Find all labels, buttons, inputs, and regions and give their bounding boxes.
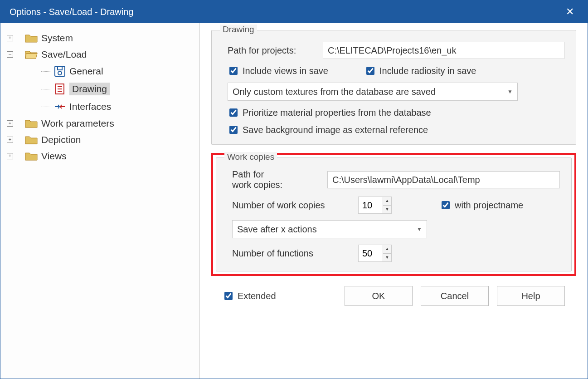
checkbox-label: Include views in save — [243, 66, 328, 76]
dropdown-value: Only custom textures from the database a… — [233, 87, 436, 97]
svg-point-2 — [58, 71, 62, 75]
path-projects-input[interactable] — [323, 42, 564, 59]
num-workcopies-label: Number of work copies — [232, 200, 345, 211]
checkbox-include-radiosity-input[interactable] — [366, 67, 374, 75]
checkbox-prioritize-input[interactable] — [229, 108, 238, 117]
tree-label: Views — [41, 151, 67, 162]
tree-item-views[interactable]: + Views — [5, 148, 195, 164]
floppy-icon — [54, 65, 66, 77]
tree-item-workparams[interactable]: + Work parameters — [5, 115, 195, 132]
tree-item-drawing[interactable]: Drawing — [5, 80, 195, 98]
checkbox-include-radiosity[interactable]: Include radiosity in save — [364, 65, 476, 76]
checkbox-include-views-input[interactable] — [229, 67, 238, 75]
tree-item-system[interactable]: + System — [5, 30, 195, 46]
folder-open-icon — [25, 49, 38, 59]
spin-down-icon[interactable]: ▼ — [383, 254, 391, 262]
spin-up-icon[interactable]: ▲ — [383, 245, 391, 254]
checkbox-label: Extended — [238, 291, 276, 301]
dialog-footer: Extended OK Cancel Help — [211, 282, 576, 313]
group-workcopies-title: Work copies — [224, 152, 277, 162]
checkbox-extended-input[interactable] — [224, 292, 233, 300]
expand-icon[interactable]: + — [7, 153, 13, 159]
path-workcopies-label-1: Path for — [232, 169, 318, 180]
group-drawing-title: Drawing — [220, 25, 257, 34]
tree-connector — [41, 71, 50, 72]
svg-rect-1 — [58, 66, 62, 70]
path-projects-label: Path for projects: — [228, 45, 314, 56]
options-dialog: Options - Save/Load - Drawing ✕ + System… — [0, 0, 588, 379]
close-button[interactable]: ✕ — [561, 4, 578, 20]
folder-icon — [25, 135, 38, 145]
cancel-button[interactable]: Cancel — [421, 286, 489, 306]
folder-icon — [25, 151, 38, 161]
titlebar: Options - Save/Load - Drawing ✕ — [0, 0, 588, 23]
nav-tree: + System – Save/Load Gen — [0, 23, 200, 379]
spin-down-icon[interactable]: ▼ — [383, 206, 391, 214]
group-drawing: Drawing Path for projects: Include views… — [211, 30, 576, 145]
tree-connector — [41, 107, 50, 107]
checkbox-with-projectname[interactable]: with projectname — [440, 200, 523, 211]
chevron-down-icon: ▼ — [417, 226, 422, 232]
checkbox-label: Prioritize material properties from the … — [243, 108, 431, 118]
num-functions-label: Number of functions — [232, 248, 345, 259]
checkbox-label: with projectname — [455, 200, 523, 211]
num-functions-spin[interactable]: ▲ ▼ — [358, 245, 392, 262]
num-workcopies-spin[interactable]: ▲ ▼ — [358, 197, 392, 214]
tree-label: Depiction — [41, 134, 81, 145]
tree-label: General — [69, 66, 103, 77]
folder-icon — [25, 118, 38, 128]
checkbox-save-bgimage[interactable]: Save background image as external refere… — [228, 124, 428, 135]
tree-label: System — [41, 33, 73, 44]
save-after-dropdown[interactable]: Save after x actions ▼ — [232, 220, 427, 238]
tree-label: Work parameters — [41, 118, 114, 129]
collapse-icon[interactable]: – — [7, 51, 13, 58]
tree-connector — [41, 89, 50, 89]
checkbox-save-bgimage-input[interactable] — [229, 126, 238, 134]
textures-dropdown[interactable]: Only custom textures from the database a… — [228, 83, 518, 101]
num-functions-input[interactable] — [358, 245, 383, 262]
checkbox-include-views[interactable]: Include views in save — [228, 65, 328, 76]
dropdown-value: Save after x actions — [237, 224, 317, 235]
chevron-down-icon: ▼ — [507, 89, 513, 95]
folder-icon — [25, 33, 38, 43]
window-title: Options - Save/Load - Drawing — [10, 7, 133, 17]
spin-up-icon[interactable]: ▲ — [383, 197, 391, 206]
expand-icon[interactable]: + — [7, 120, 13, 127]
highlighted-region: Work copies Path for work copies: Number… — [211, 153, 576, 276]
path-workcopies-label-2: work copies: — [232, 180, 318, 190]
tree-item-depiction[interactable]: + Depiction — [5, 132, 195, 148]
checkbox-label: Include radiosity in save — [379, 66, 476, 76]
path-workcopies-input[interactable] — [327, 171, 560, 188]
tree-label: Interfaces — [69, 101, 111, 112]
checkbox-extended[interactable]: Extended — [223, 290, 276, 301]
group-workcopies: Work copies Path for work copies: Number… — [216, 158, 572, 271]
tree-label: Save/Load — [41, 49, 87, 60]
dialog-body: + System – Save/Load Gen — [0, 23, 588, 379]
expand-icon[interactable]: + — [7, 137, 13, 143]
num-workcopies-input[interactable] — [358, 197, 383, 214]
interfaces-icon — [54, 101, 66, 113]
checkbox-label: Save background image as external refere… — [243, 125, 428, 135]
checkbox-prioritize-material[interactable]: Prioritize material properties from the … — [228, 107, 431, 118]
tree-item-saveload[interactable]: – Save/Load — [5, 46, 195, 63]
tree-label-selected: Drawing — [69, 83, 110, 95]
main-panel: Drawing Path for projects: Include views… — [200, 23, 588, 379]
document-icon — [54, 83, 66, 95]
tree-item-general[interactable]: General — [5, 63, 195, 80]
checkbox-with-projectname-input[interactable] — [442, 201, 450, 209]
ok-button[interactable]: OK — [345, 286, 413, 306]
tree-item-interfaces[interactable]: Interfaces — [5, 98, 195, 115]
help-button[interactable]: Help — [497, 286, 565, 306]
expand-icon[interactable]: + — [7, 35, 13, 41]
